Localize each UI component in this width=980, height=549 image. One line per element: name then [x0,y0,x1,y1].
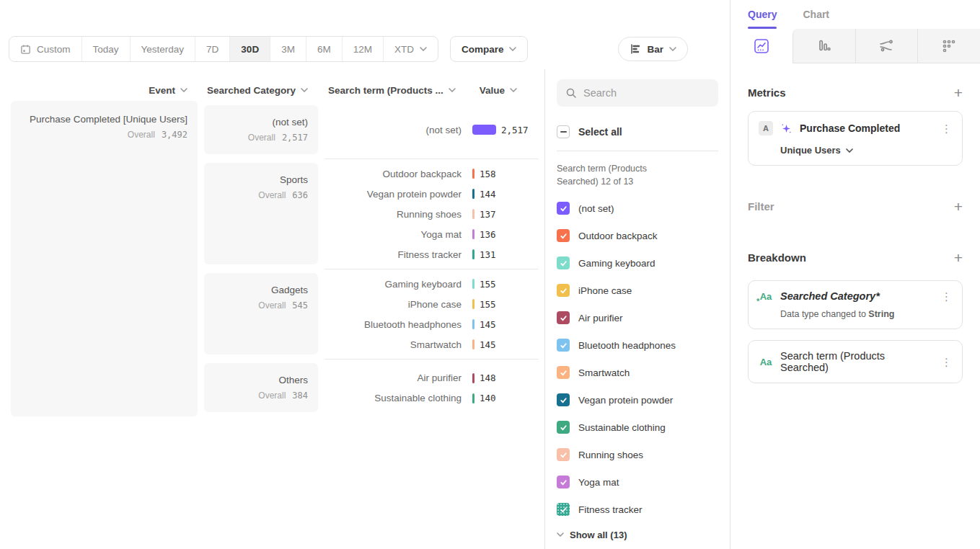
date-range-yesterday[interactable]: Yesterday [131,37,196,61]
category-cell[interactable]: Gadgets Overall 545 [204,273,318,354]
checkbox-checked[interactable] [557,476,570,488]
search-icon [565,87,577,99]
checkbox-checked[interactable] [557,366,570,379]
term-row[interactable]: Air purifier 148 [325,368,539,388]
legend-item[interactable]: Gaming keyboard [557,249,718,277]
date-range-12m[interactable]: 12M [343,37,384,61]
compare-label: Compare [462,44,504,55]
legend-item[interactable]: iPhone case [557,277,718,304]
show-all[interactable]: Show all (13) [557,523,718,546]
legend-item[interactable]: Outdoor backpack [557,222,718,249]
check-icon [560,396,568,404]
legend-item[interactable]: (not set) [557,195,718,222]
overall-value: 636 [292,190,308,200]
term-label: Smartwatch [325,339,462,350]
checkbox-indeterminate[interactable] [557,125,570,138]
checkbox-checked[interactable] [557,311,570,324]
value-bar [472,209,474,219]
term-label: Air purifier [325,372,462,383]
term-label: Running shoes [325,209,462,220]
event-cell[interactable]: Purchase Completed [Unique Users] Overal… [11,101,198,416]
checkbox-checked[interactable] [557,229,570,242]
checkbox-checked[interactable] [557,393,570,406]
measure-selector[interactable]: Unique Users [759,145,952,156]
term-label: Fitness tracker [325,249,462,260]
date-range-6m[interactable]: 6M [306,37,343,61]
overall-value: 2,517 [282,133,308,143]
date-range-label: 7D [206,44,218,55]
legend-item[interactable]: Vegan protein powder [557,386,718,414]
term-row[interactable]: Vegan protein powder 144 [325,184,539,204]
breakdown-title: Breakdown [748,251,806,264]
category-cell[interactable]: (not set) Overall 2,517 [204,105,318,154]
date-range-today[interactable]: Today [82,37,131,61]
category-cell[interactable]: Sports Overall 636 [204,163,318,264]
kebab-menu-icon[interactable]: ⋮ [941,357,952,367]
check-icon [560,424,568,432]
date-range-xtd[interactable]: XTD [384,37,438,61]
checkbox-checked[interactable] [557,284,570,297]
term-row[interactable]: Gaming keyboard 155 [325,274,539,294]
add-filter-button[interactable]: + [954,199,963,214]
column-header-term[interactable]: Search term (Products ... [325,85,456,96]
check-icon [560,232,568,240]
chart-type-button[interactable]: Bar [618,37,688,61]
legend-item[interactable]: Air purifier [557,304,718,331]
tab-chart[interactable]: Chart [803,0,829,29]
term-row[interactable]: Fitness tracker 131 [325,244,539,264]
metric-card[interactable]: A Purchase Completed ⋮ Unique Users [748,111,963,166]
breakdown-card[interactable]: Aa Search term (Products Searched) ⋮ [748,340,963,383]
column-header-event[interactable]: Event [11,85,198,96]
checkbox-checked[interactable] [557,202,570,215]
chevron-down-icon [301,88,308,92]
add-metric-button[interactable]: + [954,85,963,100]
value-bar [472,279,474,289]
legend-item[interactable]: Bluetooth headphones [557,331,718,359]
legend-item[interactable]: Fitness tracker [557,496,718,523]
tab-query[interactable]: Query [748,0,777,29]
term-row[interactable]: Smartwatch 145 [325,334,539,354]
checkbox-checked[interactable] [557,448,570,461]
check-icon [560,287,568,295]
legend-item[interactable]: Smartwatch [557,359,718,386]
tab-funnels-report[interactable] [793,29,855,63]
date-range-custom[interactable]: Custom [9,37,82,61]
string-type-icon: Aa [759,357,773,367]
kebab-menu-icon[interactable]: ⋮ [941,291,952,302]
category-cell[interactable]: Others Overall 384 [204,363,318,412]
legend-item[interactable]: Running shoes [557,441,718,468]
term-label: Bluetooth headphones [325,319,462,330]
chevron-down-icon [846,148,853,153]
term-row[interactable]: (not set) 2,517 [325,120,539,140]
checkbox-checked[interactable] [557,421,570,434]
date-range-30d[interactable]: 30D [230,37,270,61]
tab-insights-report[interactable] [730,29,793,63]
term-row[interactable]: Sustainable clothing 140 [325,388,539,409]
legend-item[interactable]: Sustainable clothing [557,414,718,441]
checkbox-checked[interactable] [557,503,570,516]
term-row[interactable]: Yoga mat 136 [325,224,539,244]
legend-item[interactable]: Yoga mat [557,468,718,496]
date-range-3m[interactable]: 3M [270,37,306,61]
compare-button[interactable]: Compare [450,36,529,62]
select-all[interactable]: Select all [557,125,718,138]
tab-retention-report[interactable] [917,29,980,63]
checkbox-checked[interactable] [557,256,570,269]
date-range-7d[interactable]: 7D [195,37,230,61]
column-header-value[interactable]: Value [480,85,539,96]
overall-label: Overall [248,133,275,143]
category-name: Gadgets [214,285,308,295]
term-row[interactable]: Outdoor backpack 158 [325,164,539,184]
checkbox-checked[interactable] [557,339,570,352]
column-header-category[interactable]: Searched Category [204,85,318,96]
kebab-menu-icon[interactable]: ⋮ [941,123,952,134]
add-breakdown-button[interactable]: + [954,250,963,265]
breakdown-card[interactable]: Aa* Searched Category* ⋮ Data type chang… [748,280,963,329]
legend-search[interactable] [557,79,718,107]
term-row[interactable]: Bluetooth headphones 145 [325,314,539,334]
term-row[interactable]: Running shoes 137 [325,204,539,224]
overall-label: Overall [258,300,286,311]
tab-flows-report[interactable] [855,29,918,63]
term-row[interactable]: iPhone case 155 [325,294,539,314]
search-input[interactable] [583,87,710,99]
